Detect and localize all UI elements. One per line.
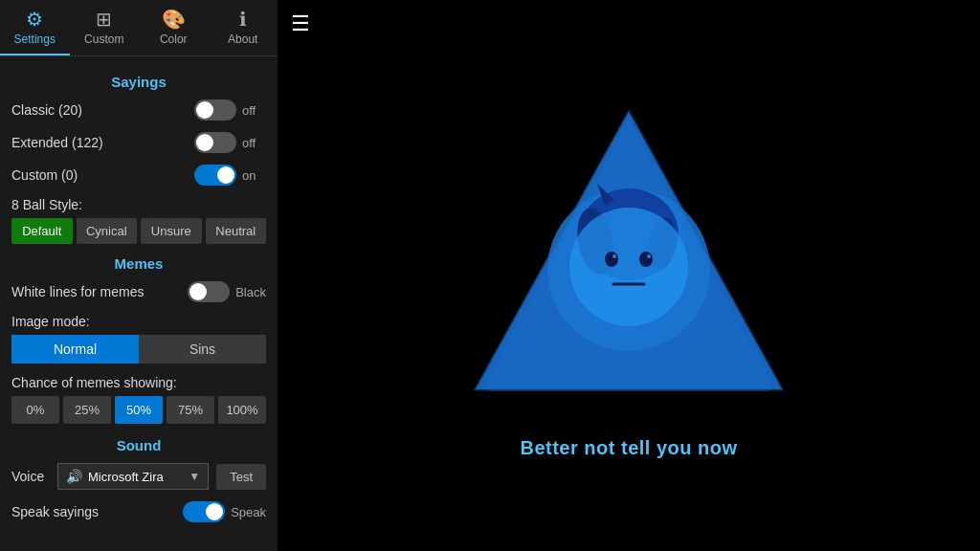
custom-icon: ⊞ — [96, 8, 112, 31]
classic-row: Classic (20) off — [11, 99, 266, 121]
svg-point-7 — [605, 252, 618, 267]
test-button[interactable]: Test — [216, 464, 266, 490]
chance-75-button[interactable]: 75% — [167, 396, 214, 424]
ball-style-section: 8 Ball Style: Default Cynical Unsure Neu… — [11, 197, 266, 244]
custom-toggle[interactable] — [194, 165, 236, 186]
settings-icon: ⚙ — [26, 8, 43, 31]
custom-label: Custom (0) — [11, 167, 78, 183]
tab-about[interactable]: ℹ About — [209, 0, 278, 55]
speak-row: Speak sayings Speak — [11, 501, 266, 522]
custom-toggle-wrap: on — [194, 165, 266, 186]
tab-about-label: About — [228, 33, 257, 46]
image-mode-normal-button[interactable]: Normal — [11, 335, 139, 364]
main-content: ☰ — [278, 0, 980, 551]
nav-tabs: ⚙ Settings ⊞ Custom 🎨 Color ℹ About — [0, 0, 278, 56]
chance-25-button[interactable]: 25% — [63, 396, 111, 424]
sound-title: Sound — [11, 437, 266, 453]
white-lines-label: White lines for memes — [11, 284, 144, 299]
ball-triangle-svg — [466, 93, 791, 418]
extended-toggle-wrap: off — [194, 132, 266, 153]
ball-style-label: 8 Ball Style: — [11, 197, 266, 212]
style-default-button[interactable]: Default — [11, 218, 73, 244]
voice-select[interactable]: 🔊 Microsoft Zira ▼ — [57, 463, 209, 490]
extended-toggle[interactable] — [194, 132, 236, 153]
speak-toggle-wrap: Speak — [183, 501, 266, 522]
speak-state: Speak — [231, 505, 266, 519]
voice-select-inner: 🔊 Microsoft Zira — [66, 469, 164, 484]
style-unsure-button[interactable]: Unsure — [141, 218, 202, 244]
settings-content: Sayings Classic (20) off Extended (122) … — [0, 56, 278, 551]
style-neutral-button[interactable]: Neutral — [206, 218, 267, 244]
ball-graphic: Better not tell you now — [466, 93, 791, 459]
image-mode-sins-button[interactable]: Sins — [139, 335, 266, 364]
voice-value: Microsoft Zira — [88, 470, 164, 484]
custom-row: Custom (0) on — [11, 165, 266, 186]
classic-state: off — [242, 103, 266, 118]
white-lines-state: Black — [235, 285, 266, 299]
sidebar: ⚙ Settings ⊞ Custom 🎨 Color ℹ About Sayi… — [0, 0, 278, 551]
voice-row: Voice 🔊 Microsoft Zira ▼ Test — [11, 463, 266, 490]
classic-toggle-wrap: off — [194, 99, 266, 121]
voice-speaker-icon: 🔊 — [66, 469, 82, 484]
tab-settings-label: Settings — [14, 33, 56, 46]
tab-custom[interactable]: ⊞ Custom — [70, 0, 140, 55]
style-cynical-button[interactable]: Cynical — [77, 218, 138, 244]
tab-settings[interactable]: ⚙ Settings — [0, 0, 70, 55]
tab-color[interactable]: 🎨 Color — [139, 0, 209, 55]
extended-row: Extended (122) off — [11, 132, 266, 153]
ball-style-buttons: Default Cynical Unsure Neutral — [11, 218, 266, 244]
voice-label: Voice — [11, 469, 50, 484]
svg-point-8 — [639, 252, 653, 267]
svg-point-10 — [647, 254, 651, 258]
white-lines-toggle[interactable] — [188, 281, 230, 302]
classic-toggle[interactable] — [194, 99, 236, 121]
chance-label: Chance of memes showing: — [11, 375, 266, 390]
svg-point-6 — [569, 208, 688, 326]
hamburger-button[interactable]: ☰ — [291, 13, 310, 34]
white-lines-toggle-wrap: Black — [188, 281, 266, 302]
chance-50-button[interactable]: 50% — [115, 396, 163, 424]
chance-100-button[interactable]: 100% — [218, 396, 266, 424]
tab-custom-label: Custom — [84, 33, 123, 46]
color-icon: 🎨 — [162, 8, 186, 31]
tab-color-label: Color — [160, 33, 188, 46]
answer-text: Better not tell you now — [520, 437, 737, 459]
speak-sayings-label: Speak sayings — [11, 504, 99, 519]
voice-chevron-icon: ▼ — [189, 470, 200, 483]
image-mode-buttons: Normal Sins — [11, 335, 266, 364]
chance-buttons: 0% 25% 50% 75% 100% — [11, 396, 266, 424]
memes-title: Memes — [11, 255, 266, 272]
extended-label: Extended (122) — [11, 135, 103, 150]
speak-toggle[interactable] — [183, 501, 225, 522]
classic-label: Classic (20) — [11, 102, 82, 118]
white-lines-row: White lines for memes Black — [11, 281, 266, 302]
about-icon: ℹ — [239, 8, 247, 31]
svg-point-9 — [612, 254, 616, 258]
sayings-title: Sayings — [11, 74, 266, 90]
extended-state: off — [242, 136, 266, 150]
custom-state: on — [242, 168, 266, 183]
chance-0-button[interactable]: 0% — [11, 396, 59, 424]
image-mode-label: Image mode: — [11, 314, 266, 329]
